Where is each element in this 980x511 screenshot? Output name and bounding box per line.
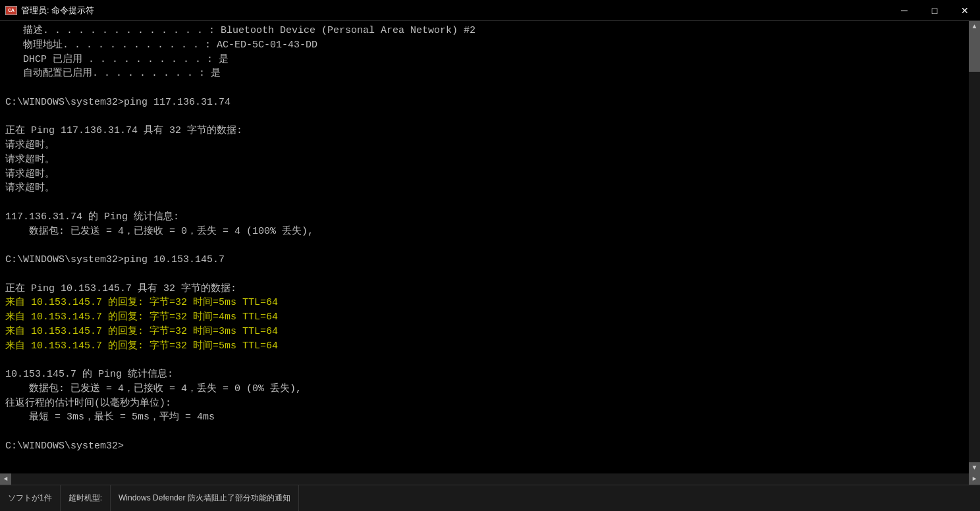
terminal-line (5, 110, 964, 124)
cmd-icon: CA (5, 5, 17, 16)
scroll-right-arrow[interactable]: ► (969, 473, 980, 485)
terminal-line: 来自 10.153.145.7 的回复: 字节=32 时间=5ms TTL=64 (5, 339, 964, 354)
terminal-line: 请求超时。 (5, 138, 964, 153)
taskbar-item-0[interactable]: ソフトが1件 (0, 485, 61, 511)
terminal-line: 最短 = 3ms，最长 = 5ms，平均 = 4ms (5, 410, 964, 425)
terminal-line: C:\WINDOWS\system32>ping 10.153.145.7 (5, 253, 964, 267)
titlebar-left: CA 管理员: 命令提示符 (0, 5, 94, 16)
terminal-line: 正在 Ping 10.153.145.7 具有 32 字节的数据: (5, 282, 964, 296)
terminal-line: 请求超时。 (5, 167, 964, 182)
terminal-line: 来自 10.153.145.7 的回复: 字节=32 时间=4ms TTL=64 (5, 310, 964, 325)
terminal-line: 来自 10.153.145.7 的回复: 字节=32 时间=3ms TTL=64 (5, 325, 964, 339)
taskbar: ソフトが1件 超时机型: Windows Defender 防火墙阻止了部分功能… (0, 485, 980, 511)
terminal-line: 请求超时。 (5, 153, 964, 167)
terminal-line (5, 267, 964, 282)
terminal-output[interactable]: 描述. . . . . . . . . . . . . . : Bluetoot… (0, 21, 969, 473)
terminal-line: 往返行程的估计时间(以毫秒为单位): (5, 396, 964, 411)
terminal-line: C:\WINDOWS\system32>ping 117.136.31.74 (5, 95, 964, 110)
terminal-line (5, 425, 964, 439)
terminal-line (5, 353, 964, 367)
hscroll-track (11, 473, 969, 485)
minimize-button[interactable]: ─ (889, 0, 919, 21)
terminal-line: C:\WINDOWS\system32> (5, 439, 964, 454)
taskbar-label-1: 超时机型: (68, 493, 102, 504)
terminal-line: 物理地址. . . . . . . . . . . . : AC-ED-5C-0… (5, 38, 964, 53)
taskbar-label-2: Windows Defender 防火墙阻止了部分功能的通知 (119, 493, 290, 504)
taskbar-item-2[interactable]: Windows Defender 防火墙阻止了部分功能的通知 (111, 485, 299, 511)
horizontal-scrollbar[interactable]: ◄ ► (0, 473, 980, 485)
window-title: 管理员: 命令提示符 (21, 5, 94, 16)
maximize-button[interactable]: □ (919, 0, 950, 21)
terminal-line (5, 238, 964, 253)
titlebar-controls: ─ □ ✕ (889, 0, 980, 21)
terminal-line: 来自 10.153.145.7 的回复: 字节=32 时间=5ms TTL=64 (5, 296, 964, 310)
terminal-line (5, 81, 964, 95)
terminal-line (5, 196, 964, 210)
terminal-line: 117.136.31.74 的 Ping 统计信息: (5, 210, 964, 225)
terminal-line: 自动配置已启用. . . . . . . . . : 是 (5, 67, 964, 81)
terminal-line: 请求超时。 (5, 181, 964, 196)
window: CA 管理员: 命令提示符 ─ □ ✕ 描述. . . . . . . . . … (0, 0, 980, 511)
scroll-thumb[interactable] (969, 32, 980, 72)
terminal-line: 数据包: 已发送 = 4，已接收 = 4，丢失 = 0 (0% 丢失), (5, 382, 964, 396)
content-area: 描述. . . . . . . . . . . . . . : Bluetoot… (0, 21, 980, 473)
taskbar-item-1[interactable]: 超时机型: (61, 485, 111, 511)
terminal-line: 正在 Ping 117.136.31.74 具有 32 字节的数据: (5, 124, 964, 138)
cmd-icon-box: CA (5, 6, 17, 15)
scroll-down-arrow[interactable]: ▼ (969, 462, 980, 473)
terminal-line: 数据包: 已发送 = 4，已接收 = 0，丢失 = 4 (100% 丢失), (5, 225, 964, 239)
terminal-line: DHCP 已启用 . . . . . . . . . . : 是 (5, 53, 964, 67)
scroll-up-arrow[interactable]: ▲ (969, 21, 980, 32)
vertical-scrollbar[interactable]: ▲ ▼ (969, 21, 980, 473)
close-button[interactable]: ✕ (950, 0, 980, 21)
taskbar-label-0: ソフトが1件 (8, 493, 52, 504)
terminal-line: 描述. . . . . . . . . . . . . . : Bluetoot… (5, 24, 964, 38)
terminal-line: 10.153.145.7 的 Ping 统计信息: (5, 367, 964, 382)
scroll-left-arrow[interactable]: ◄ (0, 473, 11, 485)
titlebar: CA 管理员: 命令提示符 ─ □ ✕ (0, 0, 980, 21)
scroll-track (969, 32, 980, 462)
